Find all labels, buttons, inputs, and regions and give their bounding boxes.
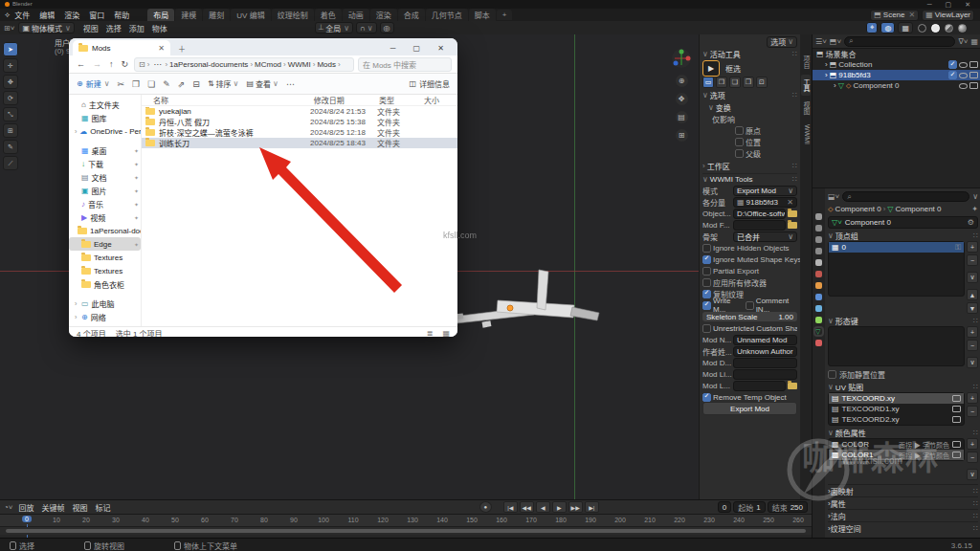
properties-tab-material[interactable] bbox=[815, 340, 822, 346]
specials-menu-button[interactable]: ∨ bbox=[967, 357, 978, 368]
menu-渲染[interactable]: 渲染 bbox=[59, 10, 84, 20]
properties-tab-object-data[interactable]: ▽ bbox=[815, 328, 822, 335]
expand-chevron-icon[interactable]: › bbox=[834, 81, 836, 90]
wwmi-object-path-field[interactable]: D:\Office-software... bbox=[733, 209, 786, 219]
workspace-tab[interactable]: + bbox=[497, 10, 513, 20]
select-mode-extend[interactable]: ❐ bbox=[716, 77, 727, 88]
sidebar-tab-项目[interactable]: 项目 bbox=[801, 52, 811, 73]
properties-tab-modifiers[interactable] bbox=[815, 294, 822, 300]
viewport-menu-视图[interactable]: 视图 bbox=[79, 23, 102, 33]
workspace-tab[interactable]: 纹理绘制 bbox=[272, 9, 314, 21]
properties-tab-tool[interactable] bbox=[815, 213, 822, 220]
frame-start-field[interactable]: 起始1 bbox=[733, 501, 765, 513]
column-header-大小[interactable]: 大小 bbox=[424, 95, 457, 105]
breadcrumb-item[interactable]: WWMI bbox=[286, 60, 313, 69]
box-select-tool-icon[interactable]: ▶ bbox=[702, 60, 720, 77]
sidebar-item-角色衣柜[interactable]: 角色衣柜 bbox=[69, 277, 141, 291]
section-active-tool[interactable]: ∨活动工具∷ bbox=[702, 49, 797, 59]
sidebar-item-OneDrive - Personal[interactable]: ›☁OneDrive - Personal bbox=[69, 124, 141, 138]
viewport-menu-选择[interactable]: 选择 bbox=[102, 23, 125, 33]
move-tool-icon[interactable]: ✥ bbox=[3, 75, 18, 89]
scale-tool-icon[interactable]: ⤡ bbox=[3, 107, 18, 121]
section-workspace[interactable]: ›工作区∷ bbox=[702, 161, 797, 171]
cursor-tool-icon[interactable]: ✛ bbox=[3, 58, 18, 73]
next-keyframe-button[interactable]: ▶▶ bbox=[568, 501, 583, 513]
add-button[interactable]: + bbox=[967, 438, 978, 450]
editor-type-icon[interactable]: ⊞˅ bbox=[4, 24, 14, 33]
shading-rendered[interactable] bbox=[958, 24, 967, 33]
expand-chevron-icon[interactable]: › bbox=[75, 300, 78, 307]
section-color-attributes[interactable]: ∨颜色属性∷ bbox=[828, 428, 978, 438]
color-attribute-item[interactable]: ▩COLOR面拐 ▶ 字节颜色 bbox=[829, 439, 964, 450]
section-transform[interactable]: ∨变换 bbox=[702, 102, 797, 113]
shading-wireframe[interactable] bbox=[918, 24, 926, 33]
properties-tab-scene[interactable] bbox=[815, 259, 822, 266]
share-icon[interactable]: ⇗ bbox=[178, 79, 186, 89]
list-view-icon[interactable]: ≣ bbox=[427, 329, 434, 337]
properties-editor-icon[interactable]: ⬓˅ bbox=[828, 192, 839, 201]
specials-menu-button[interactable]: ∨ bbox=[967, 469, 978, 480]
section-法向[interactable]: › 法向∷ bbox=[828, 509, 978, 521]
play-reverse-button[interactable]: ◀ bbox=[536, 501, 550, 513]
xray-toggle[interactable]: ▦ bbox=[898, 22, 913, 33]
viewport-menu-物体[interactable]: 物体 bbox=[148, 23, 171, 33]
breadcrumb[interactable]: ⊡ ›⋯ ›1aPersonal-documents›MCmod›WWMI›Mo… bbox=[134, 57, 354, 72]
explorer-tab-mods[interactable]: Mods ✕ bbox=[73, 40, 170, 55]
menu-文件[interactable]: 文件 bbox=[10, 10, 34, 20]
outliner-row[interactable]: ›▽⬦Component 0 bbox=[813, 80, 980, 91]
breadcrumb-item[interactable]: MCmod bbox=[253, 60, 283, 69]
checkbox[interactable] bbox=[702, 278, 711, 287]
rotate-tool-icon[interactable]: ⟳ bbox=[3, 91, 18, 105]
sidebar-item-文档[interactable]: ▤文档✦ bbox=[69, 170, 141, 184]
workspace-tab[interactable]: 脚本 bbox=[469, 9, 496, 21]
view-button[interactable]: ▤ 查看∨ bbox=[246, 78, 278, 89]
breadcrumb-item[interactable]: 1aPersonal-documents bbox=[167, 60, 250, 69]
wwmi-component-field[interactable]: ▦918b5fd3✕ bbox=[733, 197, 797, 208]
expand-chevron-icon[interactable]: › bbox=[825, 71, 828, 79]
overlays-toggle[interactable]: ◍ bbox=[880, 22, 895, 33]
section-options[interactable]: ∨选项∷ bbox=[702, 90, 797, 100]
mode-dropdown[interactable]: ▣ 物体模式 ∨ bbox=[18, 22, 74, 33]
column-headers[interactable]: 名称修改日期类型大小 bbox=[142, 95, 457, 106]
outliner-row[interactable]: ›⬒Collection bbox=[813, 59, 980, 70]
checkbox[interactable] bbox=[735, 138, 744, 146]
properties-tab-world[interactable] bbox=[815, 271, 822, 277]
browse-folder-icon[interactable] bbox=[788, 222, 797, 229]
section-vertex-groups[interactable]: ∨顶点组∷ bbox=[828, 231, 978, 241]
uv-map-item[interactable]: ▤TEXCOORD2.xy bbox=[829, 414, 964, 425]
wwmi-mode-dropdown[interactable]: Export Mod∨ bbox=[733, 186, 797, 196]
column-header-名称[interactable]: 名称 bbox=[142, 95, 314, 105]
comment-checkbox[interactable] bbox=[746, 301, 754, 310]
section-shape-keys[interactable]: ∨形态键∷ bbox=[828, 316, 978, 326]
refresh-icon[interactable]: ↻ bbox=[120, 59, 131, 69]
sort-button[interactable]: ⇅ 排序∨ bbox=[208, 78, 239, 89]
remove-button[interactable]: − bbox=[967, 406, 978, 417]
outliner-options-icon[interactable]: ▦ bbox=[970, 37, 978, 46]
delete-icon[interactable]: ⊟ bbox=[192, 79, 200, 89]
transform-tool-icon[interactable]: ⊞ bbox=[3, 123, 18, 138]
disable-render-icon[interactable] bbox=[969, 72, 978, 78]
forward-icon[interactable]: → bbox=[91, 59, 103, 69]
workspace-tab[interactable]: 布局 bbox=[147, 9, 174, 21]
expand-chevron-icon[interactable]: › bbox=[825, 60, 828, 69]
remove-button[interactable]: − bbox=[967, 452, 978, 463]
text-field[interactable] bbox=[733, 369, 797, 380]
copy-icon[interactable]: ❐ bbox=[132, 79, 140, 89]
wwmi-modf-field[interactable] bbox=[733, 220, 786, 231]
perspective-toggle-icon[interactable]: ⊞ bbox=[676, 129, 688, 142]
sidebar-item-1aPersonal-docun[interactable]: 1aPersonal-docun✦ bbox=[69, 224, 141, 237]
menu-帮助[interactable]: 帮助 bbox=[109, 10, 134, 20]
gizmo-toggle[interactable]: ⌖ bbox=[866, 22, 879, 33]
sidebar-item-主文件夹[interactable]: ⌂主文件夹 bbox=[69, 98, 141, 111]
text-field[interactable]: Unnamed Mod bbox=[733, 335, 797, 345]
checkbox[interactable] bbox=[735, 149, 744, 158]
timeline-ruler[interactable]: 0102030405060708090100110120130140150160… bbox=[0, 515, 812, 527]
rename-icon[interactable]: ✎ bbox=[163, 79, 170, 89]
wwmi-skeleton-dropdown[interactable]: 已合并∨ bbox=[733, 231, 797, 242]
active-render-icon[interactable] bbox=[952, 441, 961, 448]
sidebar-item-音乐[interactable]: ♪音乐✦ bbox=[69, 197, 141, 210]
explorer-window-controls[interactable]: ─ ▢ ✕ bbox=[390, 44, 452, 53]
sidebar-item-Textures[interactable]: Textures bbox=[69, 251, 141, 264]
vertex-group-item[interactable]: ▦0⚿ bbox=[829, 242, 964, 253]
snap-toggle[interactable]: ∩∨ bbox=[356, 22, 377, 33]
